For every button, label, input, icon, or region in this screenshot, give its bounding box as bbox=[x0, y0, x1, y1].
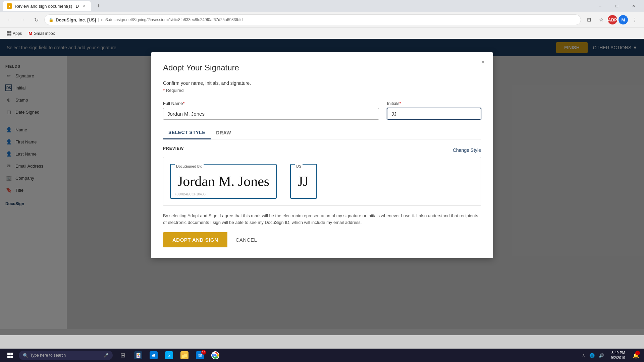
modal-close-button[interactable]: × bbox=[478, 58, 488, 67]
search-icon: 🔍 bbox=[23, 353, 28, 358]
full-name-label: Full Name* bbox=[163, 101, 379, 106]
profile-avatar-m[interactable]: M bbox=[619, 15, 628, 24]
apps-label: Apps bbox=[13, 31, 22, 36]
skype-icon: S bbox=[165, 351, 173, 359]
search-bar[interactable]: 🔍 Type here to search 🎤 bbox=[19, 351, 113, 360]
tab-title: Review and sign document(s) | D bbox=[15, 4, 79, 9]
refresh-button[interactable]: ↻ bbox=[31, 14, 42, 25]
adopt-and-sign-button[interactable]: ADOPT AND SIGN bbox=[163, 232, 227, 247]
signature-tabs: SELECT STYLE DRAW bbox=[163, 126, 481, 139]
initials-input[interactable] bbox=[387, 108, 481, 120]
bookmark-apps[interactable]: Apps bbox=[4, 30, 24, 37]
edge-icon: e bbox=[150, 351, 158, 359]
gmail-favicon-icon: M bbox=[29, 31, 32, 36]
start-icon bbox=[7, 353, 13, 358]
legal-text: By selecting Adopt and Sign, I agree tha… bbox=[163, 213, 481, 226]
notification-button[interactable]: 🔔 9 bbox=[631, 349, 641, 362]
profile-avatar-abp[interactable]: ABP bbox=[608, 15, 617, 24]
chrome-icon bbox=[211, 351, 219, 359]
close-button[interactable]: ✕ bbox=[626, 1, 641, 11]
address-bar: ← → ↻ 🔒 DocuSign, Inc. [US] | na3.docusi… bbox=[0, 12, 644, 27]
svg-point-2 bbox=[214, 354, 217, 357]
start-button[interactable] bbox=[3, 349, 17, 362]
full-name-group: Full Name* bbox=[163, 101, 379, 120]
initials-display: JJ bbox=[298, 170, 310, 193]
modal-title: Adopt Your Signature bbox=[163, 63, 481, 72]
bookmark-button[interactable]: ☆ bbox=[596, 14, 606, 25]
lock-icon: 🔒 bbox=[49, 17, 54, 22]
sig-hash: F3D0B4ECCF10408... bbox=[175, 192, 208, 196]
notification-badge: 9 bbox=[635, 351, 640, 355]
form-row: Full Name* Initials* bbox=[163, 101, 481, 120]
system-icons: ∧ 🌐 🔊 bbox=[581, 352, 605, 359]
mail-badge: 14 bbox=[201, 350, 206, 355]
preview-header-row: PREVIEW Change Style bbox=[163, 146, 481, 154]
change-style-link[interactable]: Change Style bbox=[453, 147, 481, 153]
clock-date: 9/2/2019 bbox=[611, 355, 625, 360]
bookmarks-bar: Apps M Gmail inbox bbox=[0, 27, 644, 39]
adopt-signature-modal: × Adopt Your Signature Confirm your name… bbox=[151, 52, 493, 258]
signature-preview: DocuSigned by: Jordan M. Jones F3D0B4ECC… bbox=[170, 164, 277, 199]
more-button[interactable]: ⋮ bbox=[629, 14, 640, 25]
docusign-background: Select the sign field to create and add … bbox=[0, 39, 644, 335]
taskbar-right: ∧ 🌐 🔊 3:49 PM 9/2/2019 🔔 9 bbox=[581, 349, 641, 362]
clock-time: 3:49 PM bbox=[611, 350, 625, 355]
modal-footer: ADOPT AND SIGN CANCEL bbox=[163, 232, 481, 247]
address-security: DocuSign, Inc. [US] bbox=[56, 17, 96, 22]
address-separator: | bbox=[98, 17, 99, 22]
title-bar: ▲ Review and sign document(s) | D × + – … bbox=[0, 0, 644, 12]
cancel-button[interactable]: CANCEL bbox=[227, 232, 265, 247]
back-button[interactable]: ← bbox=[4, 14, 15, 25]
extensions-button[interactable]: ⊞ bbox=[584, 14, 594, 25]
sig-docusigned-label: DocuSigned by: bbox=[175, 164, 204, 168]
preview-box: DocuSigned by: Jordan M. Jones F3D0B4ECC… bbox=[163, 157, 481, 206]
apps-favicon-icon bbox=[7, 31, 11, 36]
bookmark-gmail[interactable]: M Gmail inbox bbox=[26, 29, 57, 37]
search-placeholder: Type here to search bbox=[30, 353, 66, 358]
modal-required: * Required bbox=[163, 88, 481, 93]
new-tab-button[interactable]: + bbox=[94, 1, 103, 11]
volume-icon[interactable]: 🔊 bbox=[597, 352, 605, 359]
taskbar-app-cards[interactable]: 🃏 bbox=[131, 349, 146, 362]
modal-subtitle: Confirm your name, initials, and signatu… bbox=[163, 80, 481, 86]
browser-chrome: ▲ Review and sign document(s) | D × + – … bbox=[0, 0, 644, 39]
taskbar-app-chrome[interactable] bbox=[208, 349, 223, 362]
tab-select-style[interactable]: SELECT STYLE bbox=[163, 126, 211, 139]
taskbar-app-edge[interactable]: e bbox=[146, 349, 161, 362]
address-url: na3.docusign.net/Signing/?insession=1&ti… bbox=[101, 17, 243, 22]
initials-label: Initials* bbox=[387, 101, 481, 106]
taskbar-app-skype[interactable]: S bbox=[162, 349, 176, 362]
window-controls: – □ ✕ bbox=[592, 1, 641, 11]
clock[interactable]: 3:49 PM 9/2/2019 bbox=[608, 350, 628, 361]
folder-icon: 📁 bbox=[180, 351, 189, 359]
mic-icon: 🎤 bbox=[104, 353, 109, 358]
full-name-input[interactable] bbox=[163, 108, 379, 120]
initials-preview: DS JJ bbox=[290, 164, 317, 199]
toolbar-icons: ⊞ ☆ ABP M ⋮ bbox=[584, 14, 640, 25]
modal-overlay: × Adopt Your Signature Confirm your name… bbox=[0, 39, 644, 335]
show-hidden-icon[interactable]: ∧ bbox=[581, 352, 587, 359]
task-view-icon: ⊞ bbox=[119, 351, 127, 359]
taskbar-apps: ⊞ 🃏 e S 📁 ✉ 14 bbox=[115, 349, 223, 362]
initials-group: Initials* bbox=[387, 101, 481, 120]
signature-display: Jordan M. Jones bbox=[177, 170, 269, 193]
maximize-button[interactable]: □ bbox=[609, 1, 625, 11]
gmail-label: Gmail inbox bbox=[34, 31, 55, 36]
preview-label: PREVIEW bbox=[163, 146, 184, 151]
initials-preview-label: DS bbox=[295, 164, 303, 168]
browser-tab[interactable]: ▲ Review and sign document(s) | D × bbox=[3, 1, 91, 11]
tab-close-button[interactable]: × bbox=[82, 3, 87, 9]
tab-draw[interactable]: DRAW bbox=[211, 126, 236, 139]
forward-button[interactable]: → bbox=[17, 14, 28, 25]
taskbar-app-folder[interactable]: 📁 bbox=[177, 349, 192, 362]
taskbar-task-view[interactable]: ⊞ bbox=[115, 349, 130, 362]
minimize-button[interactable]: – bbox=[592, 1, 608, 11]
network-icon[interactable]: 🌐 bbox=[588, 352, 596, 359]
tab-favicon: ▲ bbox=[7, 3, 12, 9]
preview-section: PREVIEW Change Style DocuSigned by: Jord… bbox=[163, 146, 481, 206]
taskbar: 🔍 Type here to search 🎤 ⊞ 🃏 e S 📁 ✉ 14 bbox=[0, 349, 644, 362]
taskbar-app-mail[interactable]: ✉ 14 bbox=[193, 349, 207, 362]
cards-icon: 🃏 bbox=[134, 351, 142, 359]
address-input[interactable]: 🔒 DocuSign, Inc. [US] | na3.docusign.net… bbox=[44, 14, 581, 25]
